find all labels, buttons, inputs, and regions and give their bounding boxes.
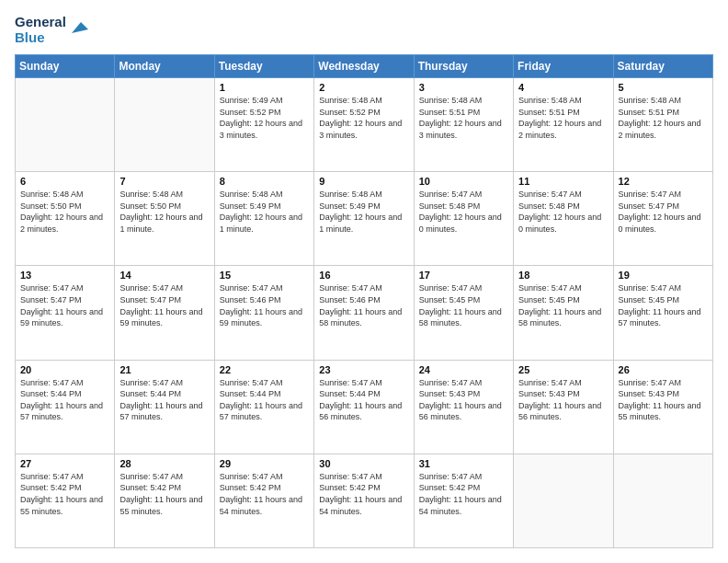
day-info-6: Sunrise: 5:48 AMSunset: 5:50 PMDaylight:… — [20, 189, 109, 235]
day-number-6: 6 — [20, 176, 109, 187]
day-number-23: 23 — [319, 364, 408, 375]
day-cell-11: 11Sunrise: 5:47 AMSunset: 5:48 PMDayligh… — [514, 172, 613, 266]
day-number-15: 15 — [220, 270, 309, 281]
day-info-9: Sunrise: 5:48 AMSunset: 5:49 PMDaylight:… — [319, 189, 408, 235]
day-number-25: 25 — [518, 364, 608, 375]
day-info-31: Sunrise: 5:47 AMSunset: 5:42 PMDaylight:… — [419, 471, 508, 517]
day-cell-8: 8Sunrise: 5:48 AMSunset: 5:49 PMDaylight… — [214, 172, 313, 266]
day-number-24: 24 — [419, 364, 508, 375]
day-info-11: Sunrise: 5:47 AMSunset: 5:48 PMDaylight:… — [518, 189, 608, 235]
weekday-header-wednesday: Wednesday — [314, 55, 414, 78]
day-cell-6: 6Sunrise: 5:48 AMSunset: 5:50 PMDaylight… — [16, 172, 115, 266]
day-cell-7: 7Sunrise: 5:48 AMSunset: 5:50 PMDaylight… — [115, 172, 214, 266]
day-info-21: Sunrise: 5:47 AMSunset: 5:44 PMDaylight:… — [119, 377, 209, 423]
day-cell-27: 27Sunrise: 5:47 AMSunset: 5:42 PMDayligh… — [16, 454, 115, 547]
day-number-2: 2 — [319, 82, 408, 93]
day-number-20: 20 — [20, 364, 109, 375]
day-number-19: 19 — [619, 270, 708, 281]
day-number-1: 1 — [220, 82, 309, 93]
day-number-18: 18 — [518, 270, 608, 281]
day-cell-13: 13Sunrise: 5:47 AMSunset: 5:47 PMDayligh… — [16, 266, 115, 360]
day-number-3: 3 — [419, 82, 508, 93]
day-cell-26: 26Sunrise: 5:47 AMSunset: 5:43 PMDayligh… — [613, 360, 712, 454]
day-info-12: Sunrise: 5:47 AMSunset: 5:47 PMDaylight:… — [619, 189, 708, 235]
day-number-4: 4 — [518, 82, 608, 93]
day-number-7: 7 — [119, 176, 209, 187]
day-info-5: Sunrise: 5:48 AMSunset: 5:51 PMDaylight:… — [619, 95, 708, 141]
weekday-header-sunday: Sunday — [16, 55, 115, 78]
day-cell-1: 1Sunrise: 5:49 AMSunset: 5:52 PMDaylight… — [214, 78, 313, 172]
weekday-header-row: SundayMondayTuesdayWednesdayThursdayFrid… — [16, 55, 713, 78]
day-cell-17: 17Sunrise: 5:47 AMSunset: 5:45 PMDayligh… — [414, 266, 513, 360]
day-info-26: Sunrise: 5:47 AMSunset: 5:43 PMDaylight:… — [619, 377, 708, 423]
day-number-9: 9 — [319, 176, 408, 187]
day-cell-5: 5Sunrise: 5:48 AMSunset: 5:51 PMDaylight… — [613, 78, 712, 172]
day-cell-30: 30Sunrise: 5:47 AMSunset: 5:42 PMDayligh… — [314, 454, 414, 547]
day-info-30: Sunrise: 5:47 AMSunset: 5:42 PMDaylight:… — [319, 471, 408, 517]
empty-cell — [514, 454, 613, 547]
day-info-16: Sunrise: 5:47 AMSunset: 5:46 PMDaylight:… — [319, 282, 408, 328]
day-number-31: 31 — [419, 458, 508, 469]
logo: General Blue — [15, 15, 88, 45]
day-cell-21: 21Sunrise: 5:47 AMSunset: 5:44 PMDayligh… — [115, 360, 214, 454]
week-row-2: 6Sunrise: 5:48 AMSunset: 5:50 PMDaylight… — [16, 172, 713, 266]
empty-cell — [613, 454, 712, 547]
empty-cell — [115, 78, 214, 172]
day-info-27: Sunrise: 5:47 AMSunset: 5:42 PMDaylight:… — [20, 471, 109, 517]
calendar-table: SundayMondayTuesdayWednesdayThursdayFrid… — [15, 54, 713, 548]
day-info-19: Sunrise: 5:47 AMSunset: 5:45 PMDaylight:… — [619, 282, 708, 328]
day-info-4: Sunrise: 5:48 AMSunset: 5:51 PMDaylight:… — [518, 95, 608, 141]
day-info-15: Sunrise: 5:47 AMSunset: 5:46 PMDaylight:… — [220, 282, 309, 328]
day-info-20: Sunrise: 5:47 AMSunset: 5:44 PMDaylight:… — [20, 377, 109, 423]
day-info-24: Sunrise: 5:47 AMSunset: 5:43 PMDaylight:… — [419, 377, 508, 423]
day-info-2: Sunrise: 5:48 AMSunset: 5:52 PMDaylight:… — [319, 95, 408, 141]
day-number-10: 10 — [419, 176, 508, 187]
weekday-header-thursday: Thursday — [414, 55, 513, 78]
day-cell-18: 18Sunrise: 5:47 AMSunset: 5:45 PMDayligh… — [514, 266, 613, 360]
day-info-8: Sunrise: 5:48 AMSunset: 5:49 PMDaylight:… — [220, 189, 309, 235]
day-cell-10: 10Sunrise: 5:47 AMSunset: 5:48 PMDayligh… — [414, 172, 513, 266]
day-info-25: Sunrise: 5:47 AMSunset: 5:43 PMDaylight:… — [518, 377, 608, 423]
day-info-10: Sunrise: 5:47 AMSunset: 5:48 PMDaylight:… — [419, 189, 508, 235]
day-number-5: 5 — [619, 82, 708, 93]
day-info-18: Sunrise: 5:47 AMSunset: 5:45 PMDaylight:… — [518, 282, 608, 328]
day-number-28: 28 — [119, 458, 209, 469]
week-row-4: 20Sunrise: 5:47 AMSunset: 5:44 PMDayligh… — [16, 360, 713, 454]
day-cell-20: 20Sunrise: 5:47 AMSunset: 5:44 PMDayligh… — [16, 360, 115, 454]
weekday-header-friday: Friday — [514, 55, 613, 78]
page: General Blue SundayMondayTuesdayWednesda… — [0, 0, 728, 563]
day-cell-25: 25Sunrise: 5:47 AMSunset: 5:43 PMDayligh… — [514, 360, 613, 454]
day-info-17: Sunrise: 5:47 AMSunset: 5:45 PMDaylight:… — [419, 282, 508, 328]
logo-arrow-icon — [68, 17, 88, 37]
day-number-12: 12 — [619, 176, 708, 187]
day-number-11: 11 — [518, 176, 608, 187]
day-cell-19: 19Sunrise: 5:47 AMSunset: 5:45 PMDayligh… — [613, 266, 712, 360]
day-cell-29: 29Sunrise: 5:47 AMSunset: 5:42 PMDayligh… — [214, 454, 313, 547]
svg-marker-0 — [72, 22, 88, 33]
day-number-16: 16 — [319, 270, 408, 281]
day-cell-28: 28Sunrise: 5:47 AMSunset: 5:42 PMDayligh… — [115, 454, 214, 547]
day-number-17: 17 — [419, 270, 508, 281]
week-row-3: 13Sunrise: 5:47 AMSunset: 5:47 PMDayligh… — [16, 266, 713, 360]
day-number-27: 27 — [20, 458, 109, 469]
day-cell-22: 22Sunrise: 5:47 AMSunset: 5:44 PMDayligh… — [214, 360, 313, 454]
day-number-29: 29 — [220, 458, 309, 469]
weekday-header-monday: Monday — [115, 55, 214, 78]
day-number-22: 22 — [220, 364, 309, 375]
day-cell-15: 15Sunrise: 5:47 AMSunset: 5:46 PMDayligh… — [214, 266, 313, 360]
header: General Blue — [15, 15, 713, 45]
day-cell-23: 23Sunrise: 5:47 AMSunset: 5:44 PMDayligh… — [314, 360, 414, 454]
weekday-header-tuesday: Tuesday — [214, 55, 313, 78]
day-cell-16: 16Sunrise: 5:47 AMSunset: 5:46 PMDayligh… — [314, 266, 414, 360]
day-number-14: 14 — [119, 270, 209, 281]
day-info-13: Sunrise: 5:47 AMSunset: 5:47 PMDaylight:… — [20, 282, 109, 328]
empty-cell — [16, 78, 115, 172]
day-info-23: Sunrise: 5:47 AMSunset: 5:44 PMDaylight:… — [319, 377, 408, 423]
week-row-5: 27Sunrise: 5:47 AMSunset: 5:42 PMDayligh… — [16, 454, 713, 547]
day-cell-12: 12Sunrise: 5:47 AMSunset: 5:47 PMDayligh… — [613, 172, 712, 266]
day-info-1: Sunrise: 5:49 AMSunset: 5:52 PMDaylight:… — [220, 95, 309, 141]
day-info-29: Sunrise: 5:47 AMSunset: 5:42 PMDaylight:… — [220, 471, 309, 517]
week-row-1: 1Sunrise: 5:49 AMSunset: 5:52 PMDaylight… — [16, 78, 713, 172]
day-number-26: 26 — [619, 364, 708, 375]
day-info-7: Sunrise: 5:48 AMSunset: 5:50 PMDaylight:… — [119, 189, 209, 235]
